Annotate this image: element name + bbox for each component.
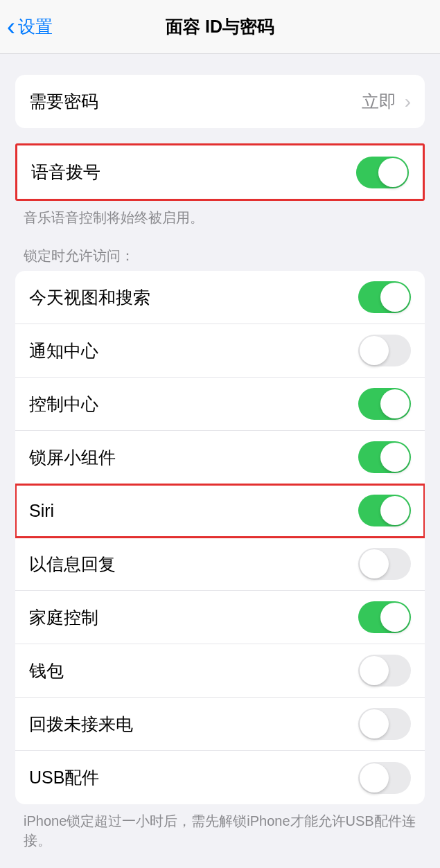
lock-access-row: 家庭控制 [15,591,425,644]
lock-access-item-label: 家庭控制 [29,606,98,629]
lock-access-toggle[interactable] [358,388,411,420]
require-passcode-label: 需要密码 [29,90,98,113]
toggle-knob [378,158,407,187]
lock-access-item-label: Siri [29,501,54,521]
require-passcode-group: 需要密码 立即 › [15,75,425,128]
voice-dial-toggle[interactable] [356,157,409,188]
lock-access-toggle[interactable] [358,495,411,526]
lock-access-toggle[interactable] [358,601,411,633]
lock-access-toggle[interactable] [358,281,411,313]
toggle-knob [360,656,389,685]
lock-access-row: 钱包 [15,644,425,698]
toggle-knob [380,496,410,525]
toggle-knob [380,283,410,312]
lock-access-item-label: 锁屏小组件 [29,446,116,469]
lock-access-toggle[interactable] [358,335,411,366]
lock-access-item-label: 钱包 [29,659,64,682]
lock-access-toggle[interactable] [358,762,411,794]
lock-access-row: 以信息回复 [15,538,425,591]
lock-access-footer: iPhone锁定超过一小时后，需先解锁iPhone才能允许USB配件连接。 [0,804,440,850]
lock-access-toggle[interactable] [358,441,411,473]
require-passcode-value: 立即 [362,90,396,113]
voice-dial-label: 语音拨号 [31,161,100,184]
chevron-right-icon: › [405,91,411,113]
lock-access-row: 锁屏小组件 [15,431,425,484]
voice-dial-row: 语音拨号 [17,145,423,199]
lock-access-row: 通知中心 [15,324,425,378]
toggle-knob [360,709,389,738]
lock-access-row: 控制中心 [15,378,425,431]
toggle-knob [360,336,389,365]
lock-access-row: Siri [15,484,425,538]
navigation-header: ‹ 设置 面容 ID与密码 [0,0,440,54]
lock-access-group: 今天视图和搜索通知中心控制中心锁屏小组件Siri以信息回复家庭控制钱包回拨未接来… [15,271,425,804]
require-passcode-row[interactable]: 需要密码 立即 › [15,75,425,128]
toggle-knob [360,763,389,792]
lock-access-header: 锁定时允许访问： [0,227,440,271]
lock-access-toggle[interactable] [358,548,411,580]
lock-access-item-label: 今天视图和搜索 [29,286,150,309]
toggle-knob [360,549,389,578]
lock-access-item-label: 回拨未接来电 [29,713,133,736]
lock-access-toggle[interactable] [358,655,411,687]
lock-access-row: 回拨未接来电 [15,698,425,751]
lock-access-item-label: USB配件 [29,766,99,789]
lock-access-item-label: 通知中心 [29,339,98,362]
lock-access-row: 今天视图和搜索 [15,271,425,324]
back-button[interactable]: ‹ 设置 [0,15,53,39]
toggle-knob [380,443,410,472]
toggle-knob [380,603,410,632]
voice-dial-group: 语音拨号 [15,143,425,201]
back-label: 设置 [18,15,53,38]
chevron-left-icon: ‹ [7,15,15,39]
voice-dial-footer: 音乐语音控制将始终被启用。 [0,201,440,227]
page-title: 面容 ID与密码 [166,15,274,38]
lock-access-item-label: 以信息回复 [29,553,116,576]
lock-access-toggle[interactable] [358,708,411,740]
lock-access-row: USB配件 [15,751,425,804]
toggle-knob [380,389,410,418]
lock-access-item-label: 控制中心 [29,393,98,416]
